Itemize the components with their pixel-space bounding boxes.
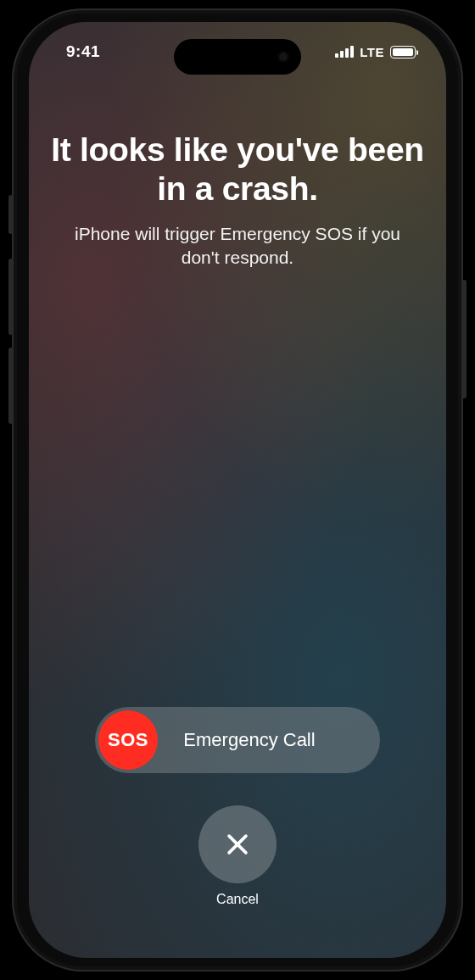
- screen: 9:41 LTE It looks like you've been in a …: [29, 22, 446, 958]
- emergency-call-label: Emergency Call: [158, 729, 380, 751]
- network-type-label: LTE: [360, 45, 384, 59]
- emergency-call-slider[interactable]: SOS Emergency Call: [95, 707, 380, 773]
- power-button: [461, 280, 467, 398]
- crash-alert-subhead: iPhone will trigger Emergency SOS if you…: [59, 222, 416, 270]
- phone-chassis: 9:41 LTE It looks like you've been in a …: [12, 8, 463, 972]
- crash-alert-headline: It looks like you've been in a crash.: [49, 131, 426, 209]
- cancel-group: Cancel: [198, 805, 277, 907]
- close-icon: [223, 830, 252, 859]
- cellular-signal-icon: [335, 46, 354, 58]
- cancel-button[interactable]: [198, 805, 277, 883]
- sos-slider-knob[interactable]: SOS: [98, 710, 158, 770]
- status-bar: 9:41 LTE: [29, 22, 446, 81]
- status-time: 9:41: [66, 42, 100, 61]
- sos-knob-text: SOS: [108, 729, 148, 751]
- battery-icon: [390, 46, 416, 58]
- cancel-label: Cancel: [216, 892, 259, 907]
- status-right-indicators: LTE: [335, 45, 416, 59]
- volume-down-button: [8, 348, 14, 424]
- volume-up-button: [8, 259, 14, 335]
- side-button: [8, 195, 14, 234]
